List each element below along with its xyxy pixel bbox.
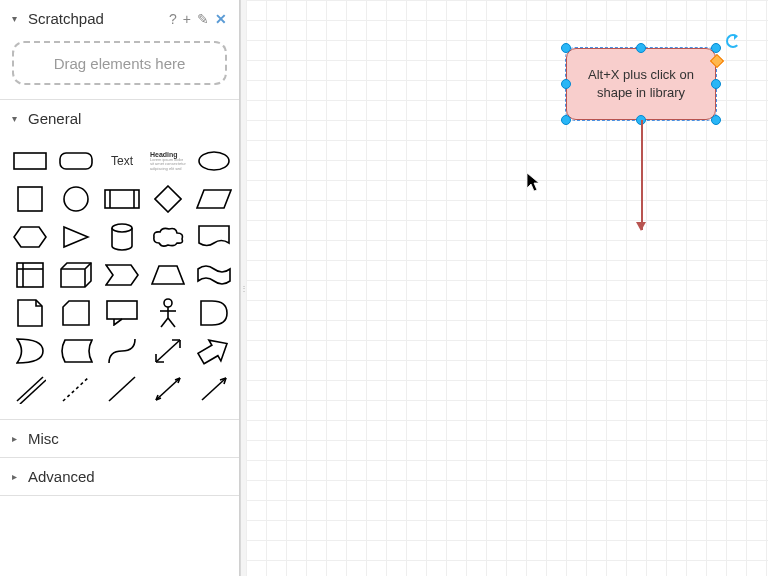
shape-text: Alt+X plus click on shape in library [577, 66, 705, 101]
shape-or[interactable] [10, 335, 50, 367]
advanced-section: ▸ Advanced [0, 458, 239, 496]
shape-bidir-connector[interactable] [148, 373, 188, 405]
resize-handle-sw[interactable] [561, 115, 571, 125]
scratchpad-drop-hint: Drag elements here [54, 55, 186, 72]
general-shape-grid: Text HeadingLorem ipsum dolor sit amet c… [0, 137, 239, 419]
shape-cloud[interactable] [148, 221, 188, 253]
svg-line-19 [20, 380, 46, 404]
misc-title: Misc [28, 430, 59, 447]
resize-handle-ne[interactable] [711, 43, 721, 53]
shape-heading-paragraph[interactable]: HeadingLorem ipsum dolor sit amet consec… [148, 145, 188, 177]
shape-hexagon[interactable] [10, 221, 50, 253]
shape-rectangle[interactable] [10, 145, 50, 177]
shape-curve[interactable] [102, 335, 142, 367]
add-icon[interactable]: + [183, 11, 191, 27]
chevron-right-icon: ▸ [12, 471, 22, 482]
svg-line-21 [109, 377, 135, 401]
misc-section: ▸ Misc [0, 420, 239, 458]
scratchpad-section: ▾ Scratchpad ? + ✎ ✕ Drag elements here [0, 0, 239, 100]
misc-header[interactable]: ▸ Misc [0, 420, 239, 457]
scratchpad-dropzone[interactable]: Drag elements here [12, 41, 227, 85]
shape-rounded-rectangle[interactable] [56, 145, 96, 177]
resize-handle-e[interactable] [711, 79, 721, 89]
scratchpad-actions: ? + ✎ ✕ [169, 11, 227, 27]
shape-sidebar: ▾ Scratchpad ? + ✎ ✕ Drag elements here … [0, 0, 240, 576]
app-root: ▾ Scratchpad ? + ✎ ✕ Drag elements here … [0, 0, 768, 576]
shape-ellipse[interactable] [194, 145, 234, 177]
shape-dashed-line[interactable] [56, 373, 96, 405]
svg-line-20 [63, 377, 89, 401]
svg-rect-9 [17, 263, 43, 287]
general-section: ▾ General Text HeadingLorem ipsum dolor … [0, 100, 239, 420]
shape-step[interactable] [102, 259, 142, 291]
svg-line-22 [156, 378, 180, 400]
shape-actor[interactable] [148, 297, 188, 329]
shape-bidirectional-arrow[interactable] [148, 335, 188, 367]
resize-handle-n[interactable] [636, 43, 646, 53]
shape-and[interactable] [194, 297, 234, 329]
chevron-right-icon: ▸ [12, 433, 22, 444]
shape-triangle[interactable] [56, 221, 96, 253]
shape-square[interactable] [10, 183, 50, 215]
shape-cylinder[interactable] [102, 221, 142, 253]
shape-tape[interactable] [194, 259, 234, 291]
shape-internal-storage[interactable] [10, 259, 50, 291]
canvas[interactable]: Alt+X plus click on shape in library [246, 0, 768, 576]
shape-link[interactable] [10, 373, 50, 405]
shape-cube[interactable] [56, 259, 96, 291]
svg-rect-1 [60, 153, 92, 169]
svg-line-16 [161, 318, 168, 327]
arrow-line [641, 120, 643, 230]
shape-document[interactable] [194, 221, 234, 253]
scratchpad-title: Scratchpad [28, 10, 104, 27]
edit-icon[interactable]: ✎ [197, 11, 209, 27]
arrow-connector[interactable] [640, 120, 644, 236]
arrow-head-icon [636, 222, 646, 236]
svg-rect-12 [107, 301, 137, 319]
svg-point-13 [164, 299, 172, 307]
selected-shape[interactable]: Alt+X plus click on shape in library [566, 48, 716, 120]
svg-point-4 [64, 187, 88, 211]
svg-rect-3 [18, 187, 42, 211]
shape-process[interactable] [102, 183, 142, 215]
resize-handle-w[interactable] [561, 79, 571, 89]
help-icon[interactable]: ? [169, 11, 177, 27]
shape-body[interactable]: Alt+X plus click on shape in library [566, 48, 716, 120]
scratchpad-header[interactable]: ▾ Scratchpad ? + ✎ ✕ [0, 0, 239, 37]
shape-trapezoid[interactable] [148, 259, 188, 291]
svg-line-23 [202, 378, 226, 400]
shape-data-storage[interactable] [56, 335, 96, 367]
svg-point-2 [199, 152, 229, 170]
shape-callout[interactable] [102, 297, 142, 329]
advanced-title: Advanced [28, 468, 95, 485]
shape-line[interactable] [102, 373, 142, 405]
shape-arrow-shape[interactable] [194, 335, 234, 367]
resize-handle-nw[interactable] [561, 43, 571, 53]
shape-diamond[interactable] [148, 183, 188, 215]
resize-handle-se[interactable] [711, 115, 721, 125]
shape-parallelogram[interactable] [194, 183, 234, 215]
advanced-header[interactable]: ▸ Advanced [0, 458, 239, 495]
chevron-down-icon: ▾ [12, 13, 22, 24]
shape-note[interactable] [10, 297, 50, 329]
rotate-handle[interactable] [726, 34, 740, 48]
svg-line-17 [168, 318, 175, 327]
chevron-down-icon: ▾ [12, 113, 22, 124]
general-title: General [28, 110, 81, 127]
close-icon[interactable]: ✕ [215, 11, 227, 27]
shape-text[interactable]: Text [102, 145, 142, 177]
cursor-icon [526, 172, 540, 192]
shape-card[interactable] [56, 297, 96, 329]
svg-point-8 [112, 224, 132, 232]
svg-line-18 [17, 377, 43, 401]
shape-circle[interactable] [56, 183, 96, 215]
svg-rect-0 [14, 153, 46, 169]
general-header[interactable]: ▾ General [0, 100, 239, 137]
shape-directional-connector[interactable] [194, 373, 234, 405]
